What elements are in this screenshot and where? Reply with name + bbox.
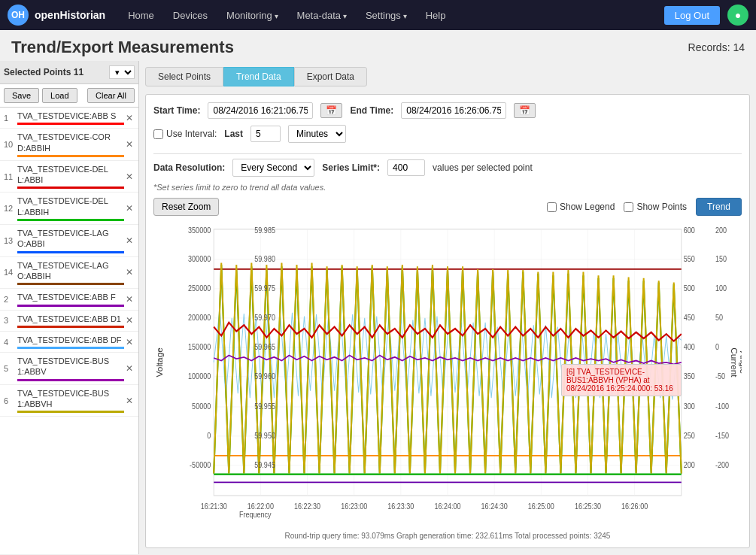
sidebar-item-remove[interactable]: ✕ <box>124 111 135 125</box>
start-time-calendar[interactable]: 📅 <box>320 103 342 118</box>
svg-text:450: 450 <box>684 314 696 323</box>
svg-text:59.955: 59.955 <box>254 402 275 411</box>
navbar: OH openHistorian Home Devices Monitoring… <box>0 0 756 30</box>
load-button[interactable]: Load <box>42 88 77 103</box>
show-points-checkbox[interactable] <box>624 202 633 212</box>
sidebar-item: 11 TVA_TESTDEVICE-DEL L:ABBI ✕ <box>0 161 138 193</box>
chart-container[interactable]: 16:21:30 16:22:00 16:22:30 16:23:00 16:2… <box>153 220 742 540</box>
series-note: *Set series limit to zero to trend all d… <box>153 183 742 192</box>
sidebar-dropdown[interactable]: ▾ <box>109 65 135 79</box>
sidebar-item-number: 11 <box>4 172 17 181</box>
nav-home[interactable]: Home <box>120 6 162 25</box>
sidebar-item-number: 4 <box>4 338 17 347</box>
svg-text:16:24:30: 16:24:30 <box>481 502 509 511</box>
sidebar-item-label: TVA_TESTDEVICE-LAG O:ABBIH <box>17 260 124 282</box>
sidebar-item-remove[interactable]: ✕ <box>124 362 135 375</box>
sidebar-title: Selected Points 11 <box>4 67 83 77</box>
page-title: Trend/Export Measurements <box>11 38 234 57</box>
svg-text:59.950: 59.950 <box>254 432 275 441</box>
svg-text:16:21:30: 16:21:30 <box>201 502 228 511</box>
sidebar-item-label: TVA_TESTDEVICE:ABB F <box>17 292 124 302</box>
svg-text:-200: -200 <box>715 461 730 470</box>
logout-button[interactable]: Log Out <box>664 6 720 25</box>
sidebar-item-remove[interactable]: ✕ <box>124 265 135 279</box>
series-limit-input[interactable] <box>387 159 425 176</box>
data-resolution-select[interactable]: Every Second <box>232 159 314 177</box>
svg-text:16:23:30: 16:23:30 <box>387 502 414 511</box>
nav-help[interactable]: Help <box>418 6 454 25</box>
svg-text:-50: -50 <box>715 372 726 381</box>
sidebar-item-number: 1 <box>4 114 17 123</box>
svg-text:Voltage: Voltage <box>156 347 164 377</box>
svg-text:200000: 200000 <box>188 314 211 323</box>
sidebar-item-number: 12 <box>4 204 17 213</box>
start-time-input[interactable] <box>208 102 313 119</box>
svg-text:59.960: 59.960 <box>254 372 275 381</box>
sidebar-item-remove[interactable]: ✕ <box>124 335 135 349</box>
last-value-input[interactable] <box>250 126 281 142</box>
svg-text:16:22:00: 16:22:00 <box>247 502 275 511</box>
sidebar-item-number: 13 <box>4 236 17 245</box>
use-interval-checkbox[interactable] <box>153 129 163 139</box>
svg-text:600: 600 <box>684 226 696 235</box>
sidebar-item-label: TVA_TESTDEVICE-DEL L:ABBI <box>17 164 124 186</box>
nav-settings[interactable]: Settings <box>358 6 414 25</box>
svg-text:250: 250 <box>684 432 696 441</box>
chart-toolbar: Reset Zoom Show Legend Show Points Trend <box>153 198 742 216</box>
svg-text:16:25:00: 16:25:00 <box>528 502 555 511</box>
show-points-option: Show Points <box>624 202 687 212</box>
sidebar-item-remove[interactable]: ✕ <box>124 170 135 183</box>
sidebar-item-remove[interactable]: ✕ <box>124 138 135 151</box>
svg-text:Frequency: Frequency <box>239 511 272 520</box>
brand-logo: OH <box>8 5 29 26</box>
time-row: Start Time: 📅 End Time: 📅 <box>153 102 742 119</box>
save-button[interactable]: Save <box>4 88 39 103</box>
sidebar-item-remove[interactable]: ✕ <box>124 202 135 215</box>
tab-trend-data[interactable]: Trend Data <box>223 67 294 86</box>
clear-all-button[interactable]: Clear All <box>87 88 135 103</box>
page-header: Trend/Export Measurements Records: 14 <box>0 30 756 61</box>
content-area: Select PointsTrend DataExport Data Start… <box>139 61 756 554</box>
tab-export-data[interactable]: Export Data <box>294 67 367 86</box>
sidebar-item-remove[interactable]: ✕ <box>124 293 135 306</box>
sidebar-item-remove[interactable]: ✕ <box>124 234 135 247</box>
sidebar-item-label: TVA_TESTDEVICE-BUS 1:ABBV <box>17 356 124 378</box>
last-label: Last <box>224 129 243 139</box>
sidebar-item-label: TVA_TESTDEVICE-BUS 1:ABBVH <box>17 388 124 410</box>
series-limit-label: Series Limit*: <box>322 162 380 173</box>
trend-button[interactable]: Trend <box>696 198 742 216</box>
svg-text:300: 300 <box>684 402 696 411</box>
svg-text:59.945: 59.945 <box>254 461 275 470</box>
svg-text:100000: 100000 <box>188 372 211 381</box>
sidebar-actions: Save Load Clear All <box>0 84 138 108</box>
sidebar-item-remove[interactable]: ✕ <box>124 314 135 327</box>
reset-zoom-button[interactable]: Reset Zoom <box>153 198 219 216</box>
sidebar-item-remove[interactable]: ✕ <box>124 394 135 408</box>
chart-options: Show Legend Show Points Trend <box>547 198 742 216</box>
sidebar-item: 6 TVA_TESTDEVICE-BUS 1:ABBVH ✕ <box>0 385 138 417</box>
sidebar-item-number: 14 <box>4 268 17 277</box>
status-bar: Round-trip query time: 93.079ms Graph ge… <box>153 529 742 540</box>
show-legend-option: Show Legend <box>547 202 615 212</box>
sidebar-item-label: TVA_TESTDEVICE-DEL L:ABBIH <box>17 196 124 217</box>
svg-text:59.980: 59.980 <box>254 255 275 264</box>
start-time-label: Start Time: <box>153 105 200 116</box>
show-legend-checkbox[interactable] <box>547 202 557 212</box>
svg-text:59.970: 59.970 <box>254 314 275 323</box>
svg-text:550: 550 <box>684 255 696 264</box>
end-time-calendar[interactable]: 📅 <box>514 103 536 118</box>
end-time-input[interactable] <box>401 102 506 119</box>
nav-monitoring[interactable]: Monitoring <box>219 6 285 25</box>
sidebar-item-color-bar <box>17 326 124 328</box>
interval-unit-select[interactable]: Minutes <box>288 125 346 143</box>
svg-text:300000: 300000 <box>188 255 211 264</box>
svg-text:Angle: Angle <box>739 351 742 374</box>
sidebar-item-color-bar <box>17 123 124 125</box>
brand: OH openHistorian <box>8 5 105 26</box>
tab-select-points[interactable]: Select Points <box>145 67 223 86</box>
nav-metadata[interactable]: Meta-data <box>290 6 354 25</box>
sidebar-item: 13 TVA_TESTDEVICE-LAG O:ABBI ✕ <box>0 225 138 257</box>
sidebar-item: 12 TVA_TESTDEVICE-DEL L:ABBIH ✕ <box>0 193 138 225</box>
nav-devices[interactable]: Devices <box>165 6 215 25</box>
svg-text:100: 100 <box>715 284 727 293</box>
